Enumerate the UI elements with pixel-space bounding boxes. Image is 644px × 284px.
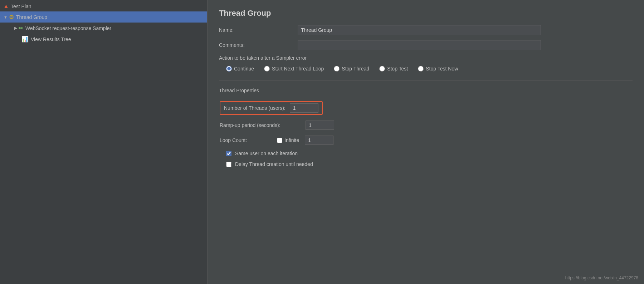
tree-item-results[interactable]: 📊 View Results Tree <box>0 34 207 45</box>
tree-item-test-plan-label: Test Plan <box>11 4 31 9</box>
divider-1 <box>219 80 633 80</box>
panel-title: Thread Group <box>219 9 633 18</box>
tree-item-sampler-label: WebSocket request-response Sampler <box>25 25 111 31</box>
num-threads-input[interactable] <box>290 103 318 113</box>
radio-stop-test-label: Stop Test <box>387 66 408 72</box>
name-row: Name: <box>219 25 633 35</box>
same-user-label: Same user on each iteration <box>235 151 298 156</box>
left-panel: Test Plan ▼ ⚙ Thread Group ▶ ✏ WebSocket… <box>0 0 208 284</box>
tree-item-thread-group-label: Thread Group <box>16 14 47 20</box>
radio-stop-thread-label: Stop Thread <box>342 66 369 72</box>
bottom-url: https://blog.csdn.net/weixin_44722978 <box>565 275 638 280</box>
name-label: Name: <box>219 27 298 33</box>
svg-marker-0 <box>4 5 8 8</box>
comments-label: Comments: <box>219 42 298 48</box>
radio-stop-test-now[interactable]: Stop Test Now <box>418 66 458 72</box>
radio-stop-test-input[interactable] <box>379 66 385 72</box>
delay-thread-label: Delay Thread creation until needed <box>235 161 313 167</box>
delay-thread-row: Delay Thread creation until needed <box>219 161 633 167</box>
ramp-up-label: Ramp-up period (seconds): <box>220 122 306 128</box>
chevron-right-icon: ▶ <box>14 26 17 30</box>
radio-continue-label: Continue <box>234 66 254 72</box>
radio-stop-thread[interactable]: Stop Thread <box>334 66 369 72</box>
chevron-down-icon: ▼ <box>4 15 8 19</box>
radio-stop-test-now-label: Stop Test Now <box>426 66 458 72</box>
radio-continue-input[interactable] <box>226 66 232 72</box>
infinite-checkbox[interactable] <box>277 138 282 143</box>
infinite-label: Infinite <box>284 137 299 143</box>
radio-stop-test[interactable]: Stop Test <box>379 66 408 72</box>
loop-count-input[interactable] <box>305 136 333 145</box>
radio-start-next-thread-loop-input[interactable] <box>264 66 270 72</box>
num-threads-row: Number of Threads (users): <box>219 101 633 115</box>
tree-item-sampler[interactable]: ▶ ✏ WebSocket request-response Sampler <box>0 23 207 34</box>
ramp-up-input[interactable] <box>306 121 334 130</box>
pencil-icon: ✏ <box>19 25 23 31</box>
same-user-checkbox[interactable] <box>226 151 231 156</box>
radio-start-next-thread-loop-label: Start Next Thread Loop <box>272 66 324 72</box>
right-panel: Thread Group Name: Comments: Action to b… <box>208 0 644 284</box>
error-action-radio-group: Continue Start Next Thread Loop Stop Thr… <box>219 66 633 72</box>
radio-stop-test-now-input[interactable] <box>418 66 424 72</box>
delay-thread-checkbox[interactable] <box>226 162 231 167</box>
chart-icon: 📊 <box>21 36 29 43</box>
radio-continue[interactable]: Continue <box>226 66 254 72</box>
radio-stop-thread-input[interactable] <box>334 66 340 72</box>
radio-start-next-thread-loop[interactable]: Start Next Thread Loop <box>264 66 324 72</box>
thread-props-label: Thread Properties <box>219 88 633 95</box>
comments-input[interactable] <box>298 40 541 50</box>
tree-item-results-label: View Results Tree <box>31 36 71 42</box>
gear-icon: ⚙ <box>9 14 14 20</box>
same-user-row: Same user on each iteration <box>219 151 633 156</box>
comments-row: Comments: <box>219 40 633 50</box>
loop-count-label: Loop Count: <box>220 137 277 143</box>
infinite-checkbox-wrapper[interactable]: Infinite <box>277 137 299 143</box>
loop-count-row: Loop Count: Infinite <box>219 136 633 145</box>
error-action-label: Action to be taken after a Sampler error <box>219 55 633 61</box>
ramp-up-row: Ramp-up period (seconds): <box>219 121 633 130</box>
name-input[interactable] <box>298 25 541 35</box>
num-threads-label: Number of Threads (users): <box>224 105 286 111</box>
triangle-icon <box>4 4 9 9</box>
tree-item-thread-group[interactable]: ▼ ⚙ Thread Group <box>0 11 207 23</box>
tree-item-test-plan[interactable]: Test Plan <box>0 1 207 11</box>
